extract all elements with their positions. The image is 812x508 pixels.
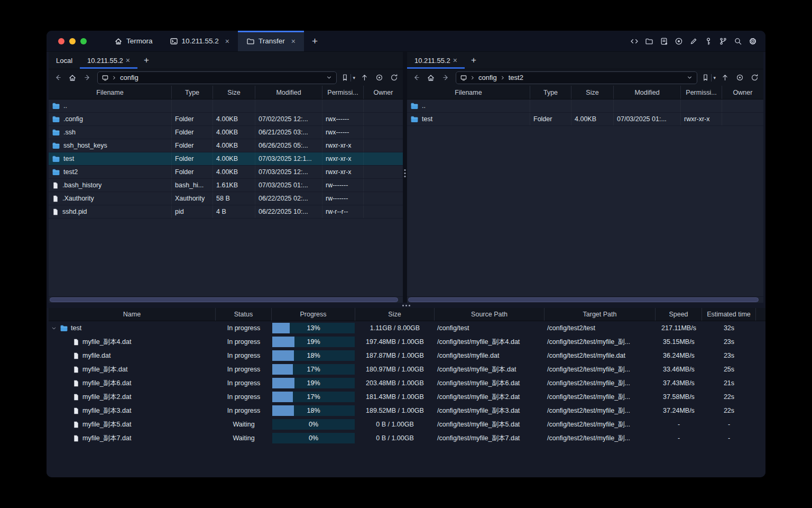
path-segment[interactable]: config xyxy=(119,74,139,81)
column-header-status[interactable]: Status xyxy=(216,308,272,321)
splitter-grip-icon[interactable] xyxy=(404,169,406,177)
file-row[interactable]: testFolder4.00KB07/03/2025 01:...rwxr-xr… xyxy=(407,113,763,126)
column-header-source-path[interactable]: Source Path xyxy=(435,308,545,321)
column-header-size[interactable]: Size xyxy=(355,308,435,321)
panel-splitter[interactable] xyxy=(403,52,407,303)
file-row[interactable]: .configFolder4.00KB07/02/2025 12:...rwx-… xyxy=(49,113,403,126)
bookmark-dropdown-icon[interactable]: ▾ xyxy=(353,75,355,80)
path-breadcrumb[interactable]: config xyxy=(97,71,337,84)
forward-button[interactable] xyxy=(80,71,94,84)
search-icon[interactable] xyxy=(734,37,742,46)
expand-chevron-icon[interactable] xyxy=(51,325,57,332)
code-icon[interactable] xyxy=(630,37,639,46)
column-header-progress[interactable]: Progress xyxy=(272,308,355,321)
file-row[interactable]: sshd.pidpid4 B06/22/2025 10:...rw-r--r-- xyxy=(49,205,403,219)
refresh-button[interactable] xyxy=(748,71,761,84)
forward-button[interactable] xyxy=(439,71,453,84)
bookmark-button[interactable]: ▾ xyxy=(702,74,716,81)
column-header-filename[interactable]: Filename xyxy=(49,86,172,99)
file-row[interactable]: testFolder4.00KB07/03/2025 12:1...rwxr-x… xyxy=(49,152,403,166)
window-tab-termora[interactable]: Termora xyxy=(106,31,161,51)
file-row[interactable]: .bash_historybash_hi...1.61KB07/03/2025 … xyxy=(49,179,403,192)
cell-text: .Xauthority xyxy=(62,195,94,202)
home-button[interactable] xyxy=(424,71,438,84)
file-row[interactable]: .. xyxy=(407,99,763,113)
speed-text: 35.15MB/s xyxy=(663,338,695,346)
column-header-modified[interactable]: Modified xyxy=(255,86,322,99)
window-tab-transfer[interactable]: Transfer× xyxy=(238,31,304,51)
minimize-window-button[interactable] xyxy=(69,38,76,44)
folder-icon[interactable] xyxy=(645,37,653,46)
column-header-permissi[interactable]: Permissi... xyxy=(681,86,722,99)
hidden-files-button[interactable] xyxy=(733,71,746,84)
status-text: Waiting xyxy=(233,434,254,442)
column-header-owner[interactable]: Owner xyxy=(722,86,763,99)
column-header-size[interactable]: Size xyxy=(571,86,614,99)
notes-icon[interactable] xyxy=(660,37,668,46)
record-icon[interactable] xyxy=(675,37,683,46)
window-tab-10-211-55-2[interactable]: 10.211.55.2× xyxy=(161,31,238,51)
transfer-row[interactable]: myfile_副本5.datWaiting0%0 B / 1.00GB/conf… xyxy=(49,418,756,431)
panel-tab-10-211-55-2[interactable]: 10.211.55.2× xyxy=(407,52,465,69)
new-tab-button[interactable]: + xyxy=(304,31,326,51)
file-row[interactable]: .sshFolder4.00KB06/21/2025 03:...rwx----… xyxy=(49,126,403,139)
transfer-splitter[interactable] xyxy=(47,303,765,308)
panel-tab-local[interactable]: Local xyxy=(49,52,80,69)
file-row[interactable]: .XauthorityXauthority58 B06/22/2025 02:.… xyxy=(49,192,403,205)
bookmark-dropdown-icon[interactable]: ▾ xyxy=(713,75,716,80)
back-button[interactable] xyxy=(409,71,423,84)
speed-text: 37.43MB/s xyxy=(663,379,695,387)
upload-button[interactable] xyxy=(718,71,732,84)
path-segment[interactable]: test2 xyxy=(508,74,524,81)
column-header-estimated-time[interactable]: Estimated time xyxy=(702,308,756,321)
column-header-name[interactable]: Name xyxy=(49,308,216,321)
column-header-type[interactable]: Type xyxy=(530,86,571,99)
file-row[interactable]: test2Folder4.00KB07/03/2025 12:...rwxr-x… xyxy=(49,166,403,179)
settings-icon[interactable] xyxy=(749,37,757,46)
column-header-permissi[interactable]: Permissi... xyxy=(322,86,364,99)
close-window-button[interactable] xyxy=(58,38,64,44)
file-row[interactable]: ssh_host_keysFolder4.00KB06/26/2025 05:.… xyxy=(49,139,403,152)
back-button[interactable] xyxy=(51,71,64,84)
path-dropdown-icon[interactable] xyxy=(686,74,693,81)
column-header-owner[interactable]: Owner xyxy=(364,86,403,99)
column-header-target-path[interactable]: Target Path xyxy=(545,308,656,321)
bookmark-button[interactable]: ▾ xyxy=(341,74,355,81)
transfer-row[interactable]: myfile.datIn progress18%187.87MB / 1.00G… xyxy=(49,349,756,362)
refresh-button[interactable] xyxy=(387,71,401,84)
path-segment[interactable]: config xyxy=(478,74,497,81)
splitter-grip-icon[interactable] xyxy=(402,305,410,306)
column-header-modified[interactable]: Modified xyxy=(614,86,681,99)
column-header-size[interactable]: Size xyxy=(213,86,255,99)
path-breadcrumb[interactable]: configtest2 xyxy=(456,71,697,84)
new-panel-tab-button[interactable]: + xyxy=(465,52,483,69)
transfer-row[interactable]: myfile_副本6.datIn progress19%203.48MB / 1… xyxy=(49,376,756,390)
transfer-row[interactable]: myfile_副本7.datWaiting0%0 B / 1.00GB/conf… xyxy=(49,431,756,445)
column-header-filename[interactable]: Filename xyxy=(407,86,530,99)
transfer-row[interactable]: testIn progress13%1.11GB / 8.00GB/config… xyxy=(49,321,756,335)
edit-icon[interactable] xyxy=(689,37,698,46)
close-tab-icon[interactable]: × xyxy=(291,37,296,46)
home-button[interactable] xyxy=(66,71,79,84)
scrollbar-thumb[interactable] xyxy=(50,297,398,302)
column-header-speed[interactable]: Speed xyxy=(656,308,702,321)
column-header-type[interactable]: Type xyxy=(172,86,213,99)
zoom-window-button[interactable] xyxy=(80,38,87,44)
transfer-row[interactable]: myfile_副本4.datIn progress19%197.48MB / 1… xyxy=(49,335,756,349)
key-icon[interactable] xyxy=(704,37,713,46)
transfer-row[interactable]: myfile_副本2.datIn progress17%181.43MB / 1… xyxy=(49,390,756,404)
file-row[interactable]: .. xyxy=(49,99,403,113)
transfer-row[interactable]: myfile_副本.datIn progress17%180.97MB / 1.… xyxy=(49,362,756,376)
new-panel-tab-button[interactable]: + xyxy=(137,52,155,69)
close-tab-icon[interactable]: × xyxy=(126,56,130,65)
close-tab-icon[interactable]: × xyxy=(225,37,229,46)
hidden-files-button[interactable] xyxy=(372,71,386,84)
panel-tab-10-211-55-2[interactable]: 10.211.55.2× xyxy=(80,52,137,69)
name-cell: myfile_副本3.dat xyxy=(49,406,216,415)
transfer-row[interactable]: myfile_副本3.datIn progress18%189.52MB / 1… xyxy=(49,404,756,418)
close-tab-icon[interactable]: × xyxy=(453,56,457,65)
upload-button[interactable] xyxy=(357,71,371,84)
branch-icon[interactable] xyxy=(719,37,727,46)
scrollbar-thumb[interactable] xyxy=(408,297,759,302)
path-dropdown-icon[interactable] xyxy=(326,74,333,81)
